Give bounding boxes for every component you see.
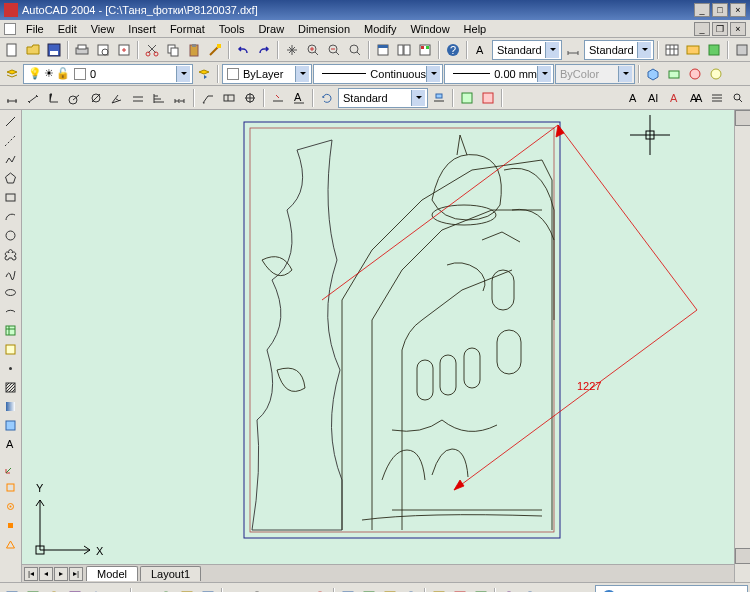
rectangle-icon[interactable] [2, 188, 20, 206]
dim-continue-icon[interactable] [170, 88, 190, 108]
et-btn3-icon[interactable] [44, 587, 64, 593]
dim-radius-icon[interactable] [65, 88, 85, 108]
text-style-btn-icon[interactable]: A [665, 88, 685, 108]
plot-preview-icon[interactable] [93, 40, 113, 60]
zoom-window-icon[interactable] [324, 40, 344, 60]
tab-model[interactable]: Model [86, 566, 138, 581]
spline-icon[interactable] [2, 264, 20, 282]
osnap-temp-icon[interactable] [2, 478, 20, 496]
text-icon[interactable]: A [2, 435, 20, 453]
et-btn5-icon[interactable] [86, 587, 106, 593]
et-btn23-icon[interactable] [499, 587, 519, 593]
undo-icon[interactable] [233, 40, 253, 60]
cut-icon[interactable] [142, 40, 162, 60]
design-center-icon[interactable] [394, 40, 414, 60]
doc-minimize-button[interactable]: _ [694, 22, 710, 36]
plotstyle-dropdown[interactable]: ByColor [555, 64, 635, 84]
xline-icon[interactable] [2, 131, 20, 149]
ellipse-arc-icon[interactable] [2, 302, 20, 320]
menu-tools[interactable]: Tools [213, 22, 251, 36]
menu-modify[interactable]: Modify [358, 22, 402, 36]
dim-diameter-icon[interactable] [86, 88, 106, 108]
paste-icon[interactable] [184, 40, 204, 60]
et-btn19-icon[interactable] [401, 587, 421, 593]
view-box-icon[interactable] [664, 64, 684, 84]
dim-ordinate-icon[interactable] [44, 88, 64, 108]
help-icon[interactable]: ? [443, 40, 463, 60]
pline-icon[interactable] [2, 150, 20, 168]
et-btn6-icon[interactable] [107, 587, 127, 593]
region-icon[interactable] [2, 416, 20, 434]
drawing-canvas[interactable]: X Y 1227 |◂ ◂ ▸ ▸| Model [22, 110, 734, 582]
dimtedit-icon[interactable]: A [289, 88, 309, 108]
et-btn7-icon[interactable] [135, 587, 155, 593]
revcloud-icon[interactable] [2, 245, 20, 263]
hatch-icon[interactable] [2, 378, 20, 396]
et-btn12-icon[interactable] [247, 587, 267, 593]
menu-window[interactable]: Window [404, 22, 455, 36]
tool-palettes-icon[interactable] [415, 40, 435, 60]
menu-insert[interactable]: Insert [122, 22, 162, 36]
view-render-icon[interactable] [706, 64, 726, 84]
linetype-dropdown[interactable]: Continuous [313, 64, 443, 84]
et-btn21-icon[interactable] [450, 587, 470, 593]
osnap-from-icon[interactable] [2, 497, 20, 515]
publish-icon[interactable] [114, 40, 134, 60]
menu-file[interactable]: File [20, 22, 50, 36]
doc-close-button[interactable]: × [730, 22, 746, 36]
maximize-button[interactable]: □ [712, 3, 728, 17]
dim-style-dropdown[interactable]: Standard [338, 88, 428, 108]
dim-style-dropdown2[interactable]: Standard [584, 40, 654, 60]
vertical-scrollbar[interactable] [734, 110, 750, 582]
refedit-icon[interactable] [457, 88, 477, 108]
zoom-realtime-icon[interactable] [303, 40, 323, 60]
text-style-dropdown[interactable]: Standard [492, 40, 562, 60]
et-btn24-icon[interactable] [520, 587, 540, 593]
et-btn2-icon[interactable] [23, 587, 43, 593]
open-icon[interactable] [23, 40, 43, 60]
mtext-icon[interactable] [683, 40, 703, 60]
point-icon[interactable] [2, 359, 20, 377]
et-btn15-icon[interactable] [310, 587, 330, 593]
communication-center[interactable]: i Communication Center [595, 585, 748, 593]
menu-help[interactable]: Help [458, 22, 493, 36]
et-btn17-icon[interactable] [359, 587, 379, 593]
et-btn20-icon[interactable] [429, 587, 449, 593]
scroll-down-button[interactable] [735, 548, 750, 564]
view-3d-icon[interactable] [643, 64, 663, 84]
close-button[interactable]: × [730, 3, 746, 17]
line-icon[interactable] [2, 112, 20, 130]
block-icon[interactable] [704, 40, 724, 60]
text-style-icon[interactable]: A [471, 40, 491, 60]
save-icon[interactable] [44, 40, 64, 60]
et-btn18-icon[interactable] [380, 587, 400, 593]
color-dropdown[interactable]: ByLayer [222, 64, 312, 84]
ucs-cycle-icon[interactable] [2, 459, 20, 477]
make-block-icon[interactable] [2, 340, 20, 358]
dim-aligned-icon[interactable] [23, 88, 43, 108]
plot-icon[interactable] [72, 40, 92, 60]
dim-quick-icon[interactable] [128, 88, 148, 108]
zoom-previous-icon[interactable] [345, 40, 365, 60]
et-btn22-icon[interactable] [471, 587, 491, 593]
properties-icon[interactable] [373, 40, 393, 60]
tables-icon[interactable] [662, 40, 682, 60]
text-scale-icon[interactable]: AA [686, 88, 706, 108]
pan-icon[interactable] [282, 40, 302, 60]
refclose-icon[interactable] [478, 88, 498, 108]
new-icon[interactable] [2, 40, 22, 60]
et-btn1-icon[interactable] [2, 587, 22, 593]
et-btn8-icon[interactable] [156, 587, 176, 593]
dimedit-icon[interactable] [268, 88, 288, 108]
insert-block-icon[interactable] [2, 321, 20, 339]
text-ai-icon[interactable]: AI [644, 88, 664, 108]
qleader-icon[interactable] [198, 88, 218, 108]
find-icon[interactable] [728, 88, 748, 108]
dim-style-manager-icon[interactable] [429, 88, 449, 108]
arc-icon[interactable] [2, 207, 20, 225]
text-a-icon[interactable]: A [623, 88, 643, 108]
menu-dimension[interactable]: Dimension [292, 22, 356, 36]
view-sphere-icon[interactable] [685, 64, 705, 84]
tab-next-button[interactable]: ▸ [54, 567, 68, 581]
lineweight-dropdown[interactable]: 0.00 mm [444, 64, 554, 84]
